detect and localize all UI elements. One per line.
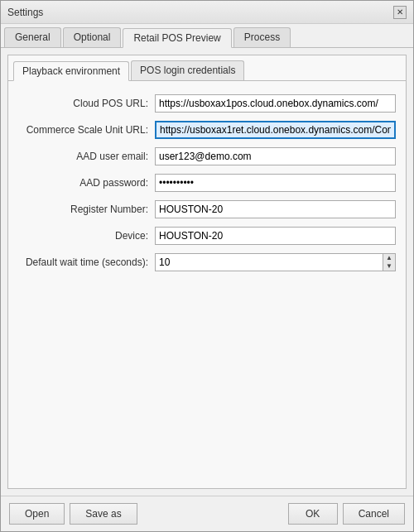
tab-general[interactable]: General xyxy=(4,27,61,47)
footer: Open Save as OK Cancel xyxy=(1,496,413,531)
register-number-row: Register Number: xyxy=(18,200,396,218)
content-area: Playback environment POS login credentia… xyxy=(1,48,413,496)
cloud-pos-url-row: Cloud POS URL: xyxy=(18,94,396,113)
close-button[interactable]: ✕ xyxy=(393,6,407,19)
footer-left: Open Save as xyxy=(9,503,137,525)
inner-tab-bar: Playback environment POS login credentia… xyxy=(8,55,406,81)
tab-optional[interactable]: Optional xyxy=(63,27,122,47)
save-as-button[interactable]: Save as xyxy=(70,503,137,525)
commerce-scale-url-label: Commerce Scale Unit URL: xyxy=(18,124,155,136)
settings-window: Settings ✕ General Optional Retail POS P… xyxy=(0,0,414,532)
footer-right: OK Cancel xyxy=(288,503,405,525)
window-title: Settings xyxy=(7,7,43,18)
cancel-button[interactable]: Cancel xyxy=(343,503,405,525)
commerce-scale-url-row: Commerce Scale Unit URL: xyxy=(18,121,396,139)
open-button[interactable]: Open xyxy=(9,503,65,525)
ok-button[interactable]: OK xyxy=(288,503,338,525)
register-number-label: Register Number: xyxy=(18,204,155,215)
commerce-scale-url-input[interactable] xyxy=(155,121,396,139)
inner-panel: Playback environment POS login credentia… xyxy=(7,55,407,489)
spinner-container: ▲ ▼ xyxy=(155,253,396,271)
top-tab-bar: General Optional Retail POS Preview Proc… xyxy=(1,24,413,48)
tab-retail-pos-preview[interactable]: Retail POS Preview xyxy=(123,28,231,48)
aad-password-input[interactable] xyxy=(155,174,396,192)
tab-playback-environment[interactable]: Playback environment xyxy=(13,61,129,81)
cloud-pos-url-label: Cloud POS URL: xyxy=(18,98,155,109)
aad-email-row: AAD user email: xyxy=(18,147,396,165)
spinner-up-button[interactable]: ▲ xyxy=(383,254,395,262)
aad-password-label: AAD password: xyxy=(18,177,155,189)
spinner-buttons: ▲ ▼ xyxy=(383,253,396,271)
device-label: Device: xyxy=(18,230,155,242)
form-area: Cloud POS URL: Commerce Scale Unit URL: … xyxy=(8,81,406,285)
register-number-input[interactable] xyxy=(155,200,396,218)
title-bar: Settings ✕ xyxy=(1,1,413,24)
wait-time-input[interactable] xyxy=(155,253,383,271)
aad-password-row: AAD password: xyxy=(18,174,396,192)
spinner-down-button[interactable]: ▼ xyxy=(383,262,395,271)
device-row: Device: xyxy=(18,227,396,245)
device-input[interactable] xyxy=(155,227,396,245)
tab-process[interactable]: Process xyxy=(233,27,291,47)
default-wait-time-label: Default wait time (seconds): xyxy=(18,256,155,268)
tab-pos-login-credentials[interactable]: POS login credentials xyxy=(131,60,244,80)
default-wait-time-row: Default wait time (seconds): ▲ ▼ xyxy=(18,253,396,271)
aad-email-input[interactable] xyxy=(155,147,396,165)
aad-email-label: AAD user email: xyxy=(18,151,155,162)
cloud-pos-url-input[interactable] xyxy=(155,94,396,113)
